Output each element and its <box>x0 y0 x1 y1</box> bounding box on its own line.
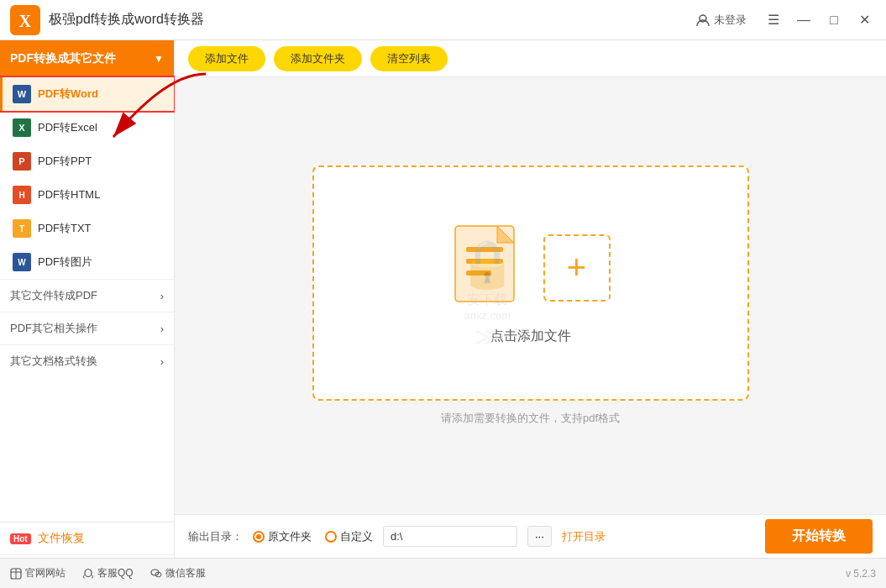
path-input[interactable] <box>383 526 517 547</box>
sidebar-item-label-img: PDF转图片 <box>38 255 92 270</box>
main-layout: PDF转换成其它文件 ▼ W PDF转Word X PDF转Excel P PD… <box>0 40 886 588</box>
txt-icon: T <box>13 219 31 238</box>
html-icon: H <box>13 186 31 204</box>
sidebar-top-label: PDF转换成其它文件 <box>10 51 116 66</box>
output-label: 输出目录： <box>188 529 243 544</box>
sidebar-top-arrow: ▼ <box>154 53 164 65</box>
clear-list-button[interactable]: 清空列表 <box>370 46 448 71</box>
qq-icon <box>82 568 94 580</box>
app-logo: X <box>10 5 40 35</box>
sidebar-section-label-3: 其它文档格式转换 <box>10 354 97 369</box>
img-icon: W <box>13 253 31 271</box>
file-recovery-button[interactable]: Hot 文件恢复 <box>0 522 174 555</box>
sidebar-section-label-2: PDF其它相关操作 <box>10 321 97 336</box>
sidebar-item-label-excel: PDF转Excel <box>38 120 97 135</box>
radio-label-2: 自定义 <box>340 529 373 544</box>
ppt-icon: P <box>13 152 31 171</box>
minimize-button[interactable]: — <box>792 8 815 32</box>
close-button[interactable]: ✕ <box>852 8 876 32</box>
excel-icon: X <box>13 118 31 137</box>
footer-wechat[interactable]: 微信客服 <box>150 566 206 580</box>
footer-website[interactable]: 官网网站 <box>10 566 66 580</box>
radio-group: 原文件夹 自定义 <box>253 529 373 544</box>
qq-label: 客服QQ <box>97 566 134 580</box>
sidebar-item-pdf-img[interactable]: W PDF转图片 <box>0 245 174 279</box>
website-icon <box>10 568 22 580</box>
sidebar-item-pdf-word[interactable]: W PDF转Word <box>0 77 174 111</box>
version-label: v 5.2.3 <box>846 568 876 580</box>
sidebar-section-pdf-ops[interactable]: PDF其它相关操作 › <box>0 312 174 344</box>
content-area: 添加文件 添加文件夹 清空列表 🔒 安下载 anxz.com ≫ <box>175 40 886 588</box>
bottom-bar: 输出目录： 原文件夹 自定义 ··· 打开目录 开始转换 <box>175 514 886 558</box>
svg-point-13 <box>85 569 92 576</box>
window-controls: 未登录 ☰ — □ ✕ <box>695 8 876 32</box>
radio-custom[interactable]: 自定义 <box>325 529 373 544</box>
radio-dot-2 <box>325 531 337 543</box>
footer: 官网网站 客服QQ 微信客服 v 5.2.3 <box>0 558 886 588</box>
plus-icon: + <box>543 234 611 302</box>
user-area[interactable]: 未登录 <box>695 13 747 28</box>
user-label: 未登录 <box>714 13 747 28</box>
sidebar-item-label-ppt: PDF转PPT <box>38 154 92 169</box>
add-folder-button[interactable]: 添加文件夹 <box>274 46 362 71</box>
drop-main-text: 点击添加文件 <box>490 328 571 345</box>
sidebar-section-arrow-1: › <box>160 290 164 302</box>
sidebar: PDF转换成其它文件 ▼ W PDF转Word X PDF转Excel P PD… <box>0 40 175 588</box>
hot-badge-1: Hot <box>10 533 31 544</box>
website-label: 官网网站 <box>25 566 66 580</box>
footer-qq[interactable]: 客服QQ <box>82 566 134 580</box>
radio-dot-1 <box>253 531 265 543</box>
drop-area-container: 🔒 安下载 anxz.com ≫ <box>175 77 886 514</box>
sidebar-item-pdf-ppt[interactable]: P PDF转PPT <box>0 144 174 178</box>
add-file-button[interactable]: 添加文件 <box>188 46 265 71</box>
sidebar-item-label-word: PDF转Word <box>38 87 98 102</box>
open-dir-button[interactable]: 打开目录 <box>562 529 606 544</box>
sidebar-section-other-to-pdf[interactable]: 其它文件转成PDF › <box>0 279 174 312</box>
wechat-icon <box>150 568 162 580</box>
file-recovery-label: 文件恢复 <box>38 531 85 546</box>
sidebar-section-arrow-2: › <box>160 323 164 335</box>
sidebar-item-pdf-excel[interactable]: X PDF转Excel <box>0 111 174 144</box>
drop-icons: + <box>451 222 611 314</box>
sidebar-section-label-1: 其它文件转成PDF <box>10 288 97 303</box>
sidebar-item-label-txt: PDF转TXT <box>38 221 92 236</box>
svg-rect-4 <box>466 247 503 252</box>
app-title: 极强pdf转换成word转换器 <box>49 11 695 29</box>
drop-zone[interactable]: + 点击添加文件 <box>312 165 749 401</box>
start-convert-button[interactable]: 开始转换 <box>765 519 873 554</box>
title-bar: X 极强pdf转换成word转换器 未登录 ☰ — □ ✕ <box>0 0 886 40</box>
browse-button[interactable]: ··· <box>527 526 552 547</box>
maximize-button[interactable]: □ <box>822 8 846 32</box>
wechat-label: 微信客服 <box>165 566 206 580</box>
user-icon <box>695 13 710 28</box>
menu-button[interactable]: ☰ <box>762 8 785 32</box>
radio-label-1: 原文件夹 <box>268 529 312 544</box>
sidebar-item-label-html: PDF转HTML <box>38 187 100 202</box>
sidebar-section-doc-convert[interactable]: 其它文档格式转换 › <box>0 344 174 377</box>
svg-rect-5 <box>466 259 503 264</box>
pdf-file-icon <box>451 222 527 314</box>
sidebar-section-arrow-3: › <box>160 355 164 368</box>
svg-text:X: X <box>19 12 32 30</box>
toolbar: 添加文件 添加文件夹 清空列表 <box>175 40 886 77</box>
radio-original-folder[interactable]: 原文件夹 <box>253 529 312 544</box>
drop-hint-text: 请添加需要转换的文件，支持pdf格式 <box>441 411 620 426</box>
svg-rect-6 <box>466 270 491 276</box>
sidebar-top-section[interactable]: PDF转换成其它文件 ▼ <box>0 40 174 77</box>
word-icon: W <box>13 85 31 103</box>
sidebar-item-pdf-txt[interactable]: T PDF转TXT <box>0 212 174 245</box>
sidebar-item-pdf-html[interactable]: H PDF转HTML <box>0 178 174 212</box>
